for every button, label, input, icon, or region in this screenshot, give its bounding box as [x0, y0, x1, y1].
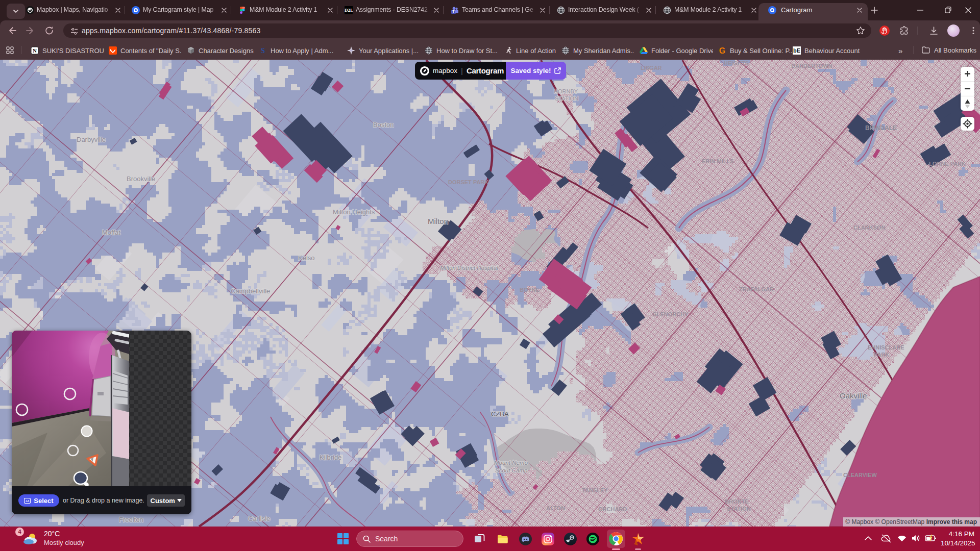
svg-text:ORCHARD: ORCHARD [598, 506, 627, 512]
svg-text:Milton: Milton [428, 217, 448, 226]
svg-text:GLENORCHY: GLENORCHY [652, 311, 689, 317]
svg-text:DORSET PARK: DORSET PARK [448, 179, 488, 185]
svg-text:Oakville: Oakville [840, 391, 867, 400]
svg-text:DARDERTOWN: DARDERTOWN [791, 63, 832, 69]
svg-text:Freelton: Freelton [119, 516, 143, 523]
svg-text:BOYNE: BOYNE [520, 287, 540, 293]
svg-text:STATION: STATION [727, 506, 751, 512]
svg-text:Carlisle: Carlisle [248, 515, 270, 522]
svg-text:CLARKSON: CLARKSON [853, 224, 885, 231]
svg-text:BRINDALE: BRINDALE [865, 124, 897, 132]
svg-text:HORNBY: HORNBY [554, 88, 578, 94]
svg-text:Scout Camp: Scout Camp [495, 467, 528, 473]
svg-text:Milton Heights: Milton Heights [333, 208, 375, 216]
svg-text:STATION: STATION [555, 95, 578, 102]
svg-text:ERIN MILLS: ERIN MILLS [702, 158, 733, 164]
svg-text:Boston: Boston [373, 121, 394, 129]
svg-text:Milton District Hospital: Milton District Hospital [440, 265, 498, 271]
svg-text:Campbellville: Campbellville [231, 287, 270, 295]
svg-text:TANSLEY: TANSLEY [582, 487, 608, 493]
svg-text:Mount Nemo: Mount Nemo [494, 460, 528, 466]
svg-text:HEIGHTS: HEIGHTS [724, 60, 749, 66]
svg-text:T: T [452, 10, 455, 13]
svg-text:G: G [719, 46, 725, 55]
svg-text:Kelso: Kelso [298, 254, 315, 262]
svg-text:PARK: PARK [874, 352, 889, 358]
svg-text:Moffat: Moffat [102, 229, 120, 236]
svg-text:CLEARVIEW: CLEARVIEW [843, 472, 877, 478]
svg-text:LORNE PARK: LORNE PARK [929, 161, 966, 167]
svg-text:BRONTE: BRONTE [725, 498, 748, 505]
svg-text:S: S [261, 46, 265, 55]
svg-text:Darbyville: Darbyville [77, 136, 106, 143]
svg-text:Brookville: Brookville [127, 175, 155, 183]
svg-text:TRAFALGAR: TRAFALGAR [739, 286, 774, 292]
svg-text:CZBA: CZBA [491, 410, 509, 418]
svg-text:ENNISCLARE: ENNISCLARE [868, 344, 904, 350]
svg-text:N: N [33, 47, 37, 54]
svg-text:Kilbride: Kilbride [320, 454, 341, 461]
svg-text:bE: bE [793, 47, 800, 54]
svg-text:LISGAR: LISGAR [641, 65, 662, 71]
svg-text:ALTON: ALTON [546, 505, 565, 511]
